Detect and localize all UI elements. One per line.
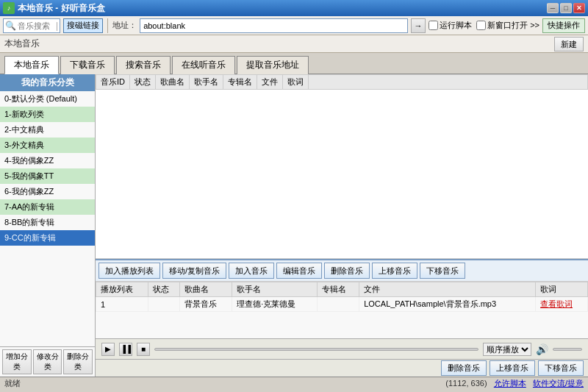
secondary-toolbar: 本地音乐 新建 — [0, 35, 588, 53]
player-bar: ▶ ▐▐ ■ 顺序播放随机播放单曲循环列表循环 🔊 — [96, 338, 588, 359]
sidebar-item-6[interactable]: 6-我的偶象ZZ — [0, 184, 95, 199]
quick-ops-button[interactable]: 快捷操作 — [542, 18, 585, 33]
bottom-actions: 删除音乐 上移音乐 下移音乐 — [96, 359, 588, 377]
edit-music-button[interactable]: 编辑音乐 — [276, 263, 322, 279]
sidebar-item-7[interactable]: 7-AA的新专辑 — [0, 199, 95, 215]
lower-col-artist: 歌手名 — [232, 282, 318, 297]
table-row: 1 背景音乐 理查德·克莱德曼 LOCAL_PATH\sample\背景音乐.m… — [96, 297, 588, 312]
tab-online-music[interactable]: 在线听音乐 — [172, 56, 235, 74]
script-checkbox[interactable] — [429, 21, 438, 30]
col-lyrics: 歌词 — [283, 75, 309, 90]
status-text: 就绪 — [4, 378, 21, 389]
title-bar: ♪ 本地音乐 - 好听音乐盒 ─ □ ✕ — [0, 0, 588, 16]
separator-1 — [107, 18, 108, 33]
row-artist: 理查德·克莱德曼 — [232, 297, 318, 312]
lower-col-status: 状态 — [148, 282, 180, 297]
delete-music-button[interactable]: 删除音乐 — [324, 263, 370, 279]
sidebar-item-1[interactable]: 1-新欧列类 — [0, 107, 95, 122]
status-links: (1112, 636) 允许脚本 软件交流/提意 — [445, 378, 584, 389]
col-file: 文件 — [257, 75, 283, 90]
search-tab-active[interactable]: 搜磁链接 — [63, 18, 103, 33]
tab-strip: 本地音乐 下载音乐 搜索音乐 在线听音乐 提取音乐地址 — [0, 53, 588, 74]
edit-category-button[interactable]: 修改分类 — [33, 349, 62, 374]
bottom-delete-button[interactable]: 删除音乐 — [441, 360, 487, 376]
lower-toolbar: 加入播放列表 移动/复制音乐 加入音乐 编辑音乐 删除音乐 上移音乐 下移音乐 — [96, 260, 588, 282]
tab-download-music[interactable]: 下载音乐 — [60, 56, 115, 74]
sidebar-item-9[interactable]: 9-CC的新专辑 — [0, 230, 95, 246]
lower-col-file: 文件 — [359, 282, 536, 297]
lower-music-table: 播放列表 状态 歌曲名 歌手名 专辑名 文件 歌词 1 — [96, 282, 588, 312]
status-bar: 就绪 (1112, 636) 允许脚本 软件交流/提意 — [0, 377, 588, 390]
new-button[interactable]: 新建 — [554, 37, 584, 51]
progress-bar[interactable] — [154, 348, 478, 351]
app-icon: ♪ — [3, 2, 15, 14]
add-category-button[interactable]: 增加分类 — [2, 349, 32, 374]
minimize-button[interactable]: ─ — [547, 3, 559, 13]
lower-table-area: 播放列表 状态 歌曲名 歌手名 专辑名 文件 歌词 1 — [96, 282, 588, 338]
app-title: 本地音乐 - 好听音乐盒 — [18, 2, 547, 15]
main-toolbar: 🔍 | 搜磁链接 地址： → 运行脚本 新窗口打开 >> 快捷操作 — [0, 16, 588, 35]
tab-search-music[interactable]: 搜索音乐 — [116, 56, 171, 74]
tab-local-music[interactable]: 本地音乐 — [4, 56, 59, 74]
new-window-checkbox-label[interactable]: 新窗口打开 >> — [476, 20, 539, 31]
upper-table-area: 音乐ID 状态 歌曲名 歌手名 专辑名 文件 歌词 — [96, 74, 588, 259]
search-input[interactable] — [18, 21, 54, 30]
sidebar-item-4[interactable]: 4-我的偶象ZZ — [0, 153, 95, 168]
add-to-playlist-button[interactable]: 加入播放列表 — [98, 263, 160, 279]
col-song-name: 歌曲名 — [156, 75, 190, 90]
col-artist: 歌手名 — [190, 75, 223, 90]
move-copy-button[interactable]: 移动/复制音乐 — [162, 263, 226, 279]
toolbar-checkboxes: 运行脚本 新窗口打开 >> — [429, 20, 539, 31]
sidebar-item-2[interactable]: 2-中文精典 — [0, 122, 95, 138]
sidebar-item-8[interactable]: 8-BB的新专辑 — [0, 215, 95, 230]
row-album — [317, 297, 359, 312]
maximize-button[interactable]: □ — [560, 3, 572, 13]
lower-col-song: 歌曲名 — [180, 282, 232, 297]
add-music-button[interactable]: 加入音乐 — [229, 263, 274, 279]
status-coords: (1112, 636) — [445, 379, 487, 388]
pause-button[interactable]: ▐▐ — [119, 343, 132, 356]
close-button[interactable]: ✕ — [573, 3, 585, 13]
new-window-checkbox[interactable] — [476, 21, 486, 30]
lower-table-body: 1 背景音乐 理查德·克莱德曼 LOCAL_PATH\sample\背景音乐.m… — [96, 297, 588, 312]
search-separator: | — [56, 21, 58, 31]
bottom-download-button[interactable]: 下移音乐 — [538, 360, 584, 376]
address-label: 地址： — [112, 20, 137, 31]
feedback-link[interactable]: 软件交流/提意 — [533, 379, 584, 388]
lower-col-lyrics: 歌词 — [536, 282, 588, 297]
row-song-name: 背景音乐 — [180, 297, 232, 312]
address-input[interactable] — [140, 18, 408, 33]
search-box: 🔍 | — [3, 18, 60, 33]
allow-script-link[interactable]: 允许脚本 — [494, 379, 526, 388]
sidebar-item-0[interactable]: 0-默认分类 (Default) — [0, 91, 95, 107]
sidebar-header: 我的音乐分类 — [0, 74, 95, 91]
delete-category-button[interactable]: 删除分类 — [63, 349, 93, 374]
upper-music-table: 音乐ID 状态 歌曲名 歌手名 专辑名 文件 歌词 — [96, 74, 588, 90]
sidebar: 我的音乐分类 0-默认分类 (Default) 1-新欧列类 2-中文精典 3-… — [0, 74, 96, 377]
play-mode-select[interactable]: 顺序播放随机播放单曲循环列表循环 — [483, 343, 531, 356]
address-bar: 地址： → — [112, 18, 426, 33]
search-icon: 🔍 — [5, 21, 16, 31]
lower-col-playlist: 播放列表 — [96, 282, 148, 297]
row-playlist: 1 — [96, 297, 148, 312]
play-button[interactable]: ▶ — [101, 343, 115, 356]
script-checkbox-label[interactable]: 运行脚本 — [429, 20, 472, 31]
stop-button[interactable]: ■ — [137, 343, 150, 356]
col-music-id: 音乐ID — [96, 75, 130, 90]
row-file: LOCAL_PATH\sample\背景音乐.mp3 — [359, 297, 536, 312]
address-go-button[interactable]: → — [411, 18, 426, 33]
download-music-button[interactable]: 下移音乐 — [420, 263, 465, 279]
bottom-upload-button[interactable]: 上移音乐 — [490, 360, 535, 376]
sidebar-item-3[interactable]: 3-外文精典 — [0, 138, 95, 153]
row-lyrics[interactable]: 查看歌词 — [536, 297, 588, 312]
window-controls: ─ □ ✕ — [547, 3, 585, 13]
col-status: 状态 — [130, 75, 156, 90]
sidebar-actions: 增加分类 修改分类 删除分类 — [0, 346, 95, 377]
main-layout: 我的音乐分类 0-默认分类 (Default) 1-新欧列类 2-中文精典 3-… — [0, 74, 588, 377]
upload-music-button[interactable]: 上移音乐 — [372, 263, 417, 279]
lower-panel: 加入播放列表 移动/复制音乐 加入音乐 编辑音乐 删除音乐 上移音乐 下移音乐 … — [96, 259, 588, 377]
col-empty — [309, 75, 588, 90]
sidebar-item-5[interactable]: 5-我的偶象TT — [0, 168, 95, 184]
tab-extract-music[interactable]: 提取音乐地址 — [237, 56, 309, 74]
volume-bar[interactable] — [553, 348, 582, 351]
